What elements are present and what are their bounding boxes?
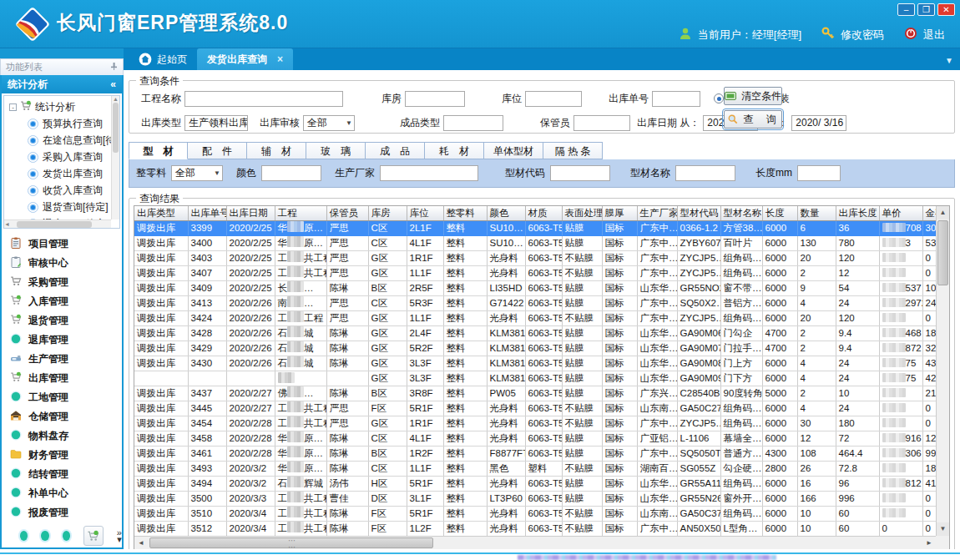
keeper-input[interactable]: [573, 115, 630, 131]
vertical-scroll-thumb[interactable]: [937, 220, 948, 285]
name-input[interactable]: [675, 165, 735, 181]
sidebar-menu-item[interactable]: 退货管理: [10, 311, 122, 330]
search-button[interactable]: 查 询: [724, 110, 782, 129]
collapse-icon[interactable]: «: [110, 78, 116, 90]
order-no-input[interactable]: [652, 91, 700, 107]
table-row[interactable]: 调拨出库34932020/3/2华原…陈琳C区1L1F整料黑色塑料不贴膜国标湖南…: [134, 461, 946, 476]
sidebar-menu-item[interactable]: 仓储管理: [10, 407, 122, 426]
sidebar-menu-item[interactable]: 补单中心: [10, 484, 122, 503]
sidebar-menu-item[interactable]: 结转管理: [10, 465, 122, 484]
material-tab[interactable]: 型 材: [129, 142, 188, 159]
tab-shipping-outbound-query[interactable]: 发货出库查询 ×: [197, 48, 293, 70]
table-row[interactable]: 调拨出库35102020/3/4工共工程陈琳F区5R1F整料光身料6063-T5…: [134, 506, 946, 521]
maximize-button[interactable]: ❐: [917, 3, 935, 16]
sidebar-menu-item[interactable]: 财务管理: [10, 446, 122, 465]
column-header[interactable]: 库位: [407, 206, 443, 220]
tree-item[interactable]: 发货出库查询: [9, 165, 119, 182]
product-type-input[interactable]: [443, 115, 503, 131]
table-row[interactable]: 调拨出库34372020/2/27佛…陈琳B区3R8F整料PW056063-T5…: [134, 386, 946, 401]
quick-item-icon[interactable]: [63, 531, 70, 541]
grid-vertical-scrollbar[interactable]: ▲ ▼: [936, 206, 949, 536]
tree-item[interactable]: 预算执行查询: [9, 115, 119, 132]
table-row[interactable]: 调拨出库34582020/2/28华原…陈琳C区4L1F整料光身料6063-T5…: [134, 431, 946, 446]
column-header[interactable]: 整零料: [443, 206, 487, 220]
tree-root[interactable]: - 统计分析: [9, 98, 119, 115]
column-header[interactable]: 出库长度: [836, 206, 879, 220]
date-to-select[interactable]: 2020/ 3/16▼: [791, 115, 846, 131]
table-row[interactable]: 调拨出库34002020/2/25华原…严思C区4L1F整料SU10…6063-…: [134, 235, 946, 250]
material-tab[interactable]: 玻 璃: [306, 142, 366, 159]
sidebar-menu-item[interactable]: 退库管理: [10, 330, 122, 350]
pin-icon[interactable]: [110, 62, 118, 73]
tree-item[interactable]: 在途信息查询[待: [9, 132, 119, 149]
table-row[interactable]: 调拨出库34302020/2/26石城陈琳G区3L3F整料KLM38176063…: [134, 356, 946, 371]
column-header[interactable]: 颜色: [487, 206, 525, 220]
tree-horizontal-scrollbar[interactable]: ◄: [4, 219, 111, 228]
sidebar-menu-item[interactable]: 生产管理: [10, 350, 122, 369]
column-header[interactable]: 单价: [879, 206, 922, 220]
clear-conditions-button[interactable]: 清空条件: [724, 87, 782, 105]
column-header[interactable]: 型材名称: [720, 206, 762, 220]
material-tab[interactable]: 耗 材: [425, 142, 484, 159]
scroll-left-icon[interactable]: ◄: [134, 539, 148, 547]
sidebar-menu-item[interactable]: 出库管理: [10, 369, 122, 388]
table-row[interactable]: 调拨出库34942020/3/2石辉城汤伟H区5R1F整料光身料6063-T5贴…: [134, 476, 946, 491]
scroll-down-icon[interactable]: ▼: [937, 522, 949, 536]
project-name-input[interactable]: [184, 91, 343, 107]
cart-quick-button[interactable]: [83, 526, 104, 546]
table-row[interactable]: 调拨出库34072020/2/25工共工程严思G区1L1F整料光身料6063-T…: [134, 265, 946, 280]
tree-item[interactable]: 退货查询[待定]: [9, 199, 119, 215]
table-row[interactable]: 调拨出库34612020/2/28华原…陈琳B区1R2F整料F8877FT606…: [134, 446, 946, 461]
column-header[interactable]: 表面处理: [562, 206, 602, 220]
material-tab[interactable]: 配 件: [188, 142, 247, 159]
table-row[interactable]: 调拨出库33992020/2/25华原…严思C区2L1F整料SU10…6063-…: [134, 220, 946, 235]
part-select[interactable]: 全部▼: [171, 165, 223, 181]
tab-list-dropdown-icon[interactable]: ▼: [945, 56, 953, 65]
column-header[interactable]: 生产厂家: [637, 206, 677, 220]
sidebar-section-header[interactable]: 统计分析 «: [2, 75, 122, 93]
horizontal-scroll-thumb[interactable]: [149, 537, 433, 548]
column-header[interactable]: 库房: [368, 206, 407, 220]
scroll-right-icon[interactable]: ►: [922, 539, 936, 547]
color-input[interactable]: [261, 165, 321, 181]
tab-close-icon[interactable]: ×: [277, 53, 283, 65]
table-row[interactable]: 调拨出库34092020/2/25长…陈琳B区2R5F整料LI35HD6063-…: [134, 280, 946, 295]
sidebar-menu-item[interactable]: 工地管理: [10, 388, 122, 407]
table-row[interactable]: 调拨出库34452020/2/27工共工程严思F区5R1F整料光身料6063-T…: [134, 401, 946, 416]
tree-expander-icon[interactable]: -: [9, 103, 17, 111]
material-tab[interactable]: 辅 材: [247, 142, 306, 159]
table-row[interactable]: 调拨出库34542020/2/28工共工程严思G区1R1F整料光身料6063-T…: [134, 416, 946, 431]
length-input[interactable]: [797, 165, 841, 181]
sidebar-menu-item[interactable]: 审核中心: [10, 254, 122, 273]
material-tab[interactable]: 单体型材: [484, 142, 543, 159]
table-row[interactable]: G区3L3F整料KLM38176063-T5贴膜国标山东华…GA90M09…门下…: [134, 371, 946, 386]
grid-horizontal-scrollbar[interactable]: ◄ ►: [134, 536, 936, 549]
table-row[interactable]: 调拨出库34032020/2/25工共工程严思G区1R1F整料光身料6063-T…: [134, 250, 946, 265]
table-row[interactable]: 调拨出库35002020/3/3工共工程曹佳D区3L1F整料LT3P606063…: [134, 491, 946, 506]
table-row[interactable]: 调拨出库34292020/2/26石城陈琳G区5R2F整料KLM38176063…: [134, 341, 946, 356]
more-items-icon[interactable]: »▾: [117, 529, 122, 542]
column-header[interactable]: 出库日期: [226, 206, 275, 220]
out-type-select[interactable]: 生产领料出库▼: [184, 115, 248, 131]
column-header[interactable]: 出库单号: [188, 206, 226, 220]
tree-item[interactable]: 采购入库查询: [9, 149, 119, 165]
column-header[interactable]: 保管员: [326, 206, 368, 220]
column-header[interactable]: 材质: [525, 206, 562, 220]
table-row[interactable]: 调拨出库34282020/2/26石城陈琳G区2L4F整料KLM38176063…: [134, 325, 946, 341]
exit-button[interactable]: 退出: [923, 28, 945, 43]
column-header[interactable]: 长度: [762, 206, 797, 220]
material-tab[interactable]: 隔 热 条: [543, 142, 603, 159]
column-header[interactable]: 膜厚: [602, 206, 637, 220]
audit-select[interactable]: 全部▼: [303, 115, 355, 131]
scroll-up-icon[interactable]: ▲: [937, 206, 949, 219]
tree-vertical-scrollbar[interactable]: ▲: [111, 96, 119, 219]
tree-item[interactable]: 收货入库查询: [9, 182, 119, 199]
quick-item-icon[interactable]: [20, 531, 28, 541]
sidebar-menu-item[interactable]: 物料盘存: [10, 426, 122, 446]
location-input[interactable]: [525, 91, 582, 107]
sidebar-menu-item[interactable]: 项目管理: [10, 235, 122, 254]
sidebar-menu-item[interactable]: 报废管理: [10, 503, 122, 522]
maker-input[interactable]: [380, 165, 478, 181]
warehouse-input[interactable]: [405, 91, 465, 107]
column-header[interactable]: 型材代码: [677, 206, 720, 220]
